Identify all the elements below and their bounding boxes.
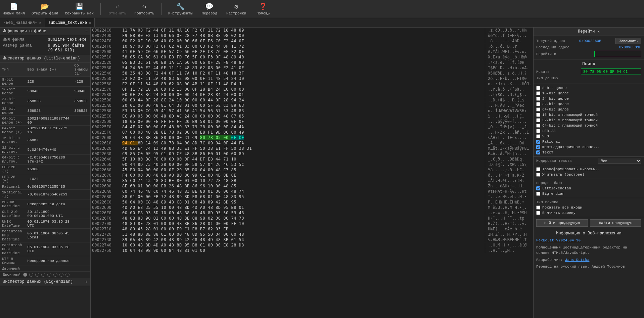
hex-row[interactable]: 000226D04D A0 E8 35 55 10 00 48 8D 4D A0… xyxy=(91,205,533,210)
settings-button[interactable]: ⚙ Настройки xyxy=(226,2,246,15)
hex-row[interactable]: 000225700F 11 72 18 E8 0D F2 13 00 0F 28… xyxy=(91,87,533,92)
hex-row[interactable]: 000224E000 F2 0F 10 86 A0 02 00 00 66 0F… xyxy=(91,38,533,44)
hex-row[interactable]: 000226204D 85 E4 74 13 49 8B 3C E1 FF 50… xyxy=(91,146,533,151)
file-info-collapse[interactable]: − xyxy=(85,29,88,34)
new-file-button[interactable]: 📄 Новый файл xyxy=(3,2,25,15)
translate-button[interactable]: 💬 Перевод xyxy=(199,2,220,15)
checkbox-16fp[interactable] xyxy=(536,113,540,117)
hex-row[interactable]: 000224F010 97 00 00 F3 0F C2 A1 03 00 C3… xyxy=(91,44,533,49)
checkbox-64fp[interactable] xyxy=(536,124,540,128)
hex-row[interactable]: 0002258000 0F 28 BC 24 F0 00 00 00 44 0F… xyxy=(91,92,533,97)
hex-row[interactable]: 0002275010 04 48 98 9D 00 84 48 81 01 00… xyxy=(91,248,533,253)
developer-link[interactable]: Jans Duttka xyxy=(565,258,590,262)
hex-row[interactable]: 0002274010 00 48 8D 4D A0 48 8D 95 B8 01… xyxy=(91,242,533,248)
hex-row[interactable]: 000226C050 04 00 C8 48 89 48 C8 01 C8 48… xyxy=(91,199,533,205)
hex-ascii: …Àt.H‹¾€...r(H‹ xyxy=(485,178,532,183)
hex-row[interactable]: 000226B088 01 00 00 EB 72 48 89 8D E8 68… xyxy=(91,194,533,199)
tab-unnamed[interactable]: -Без_названия- ✕ xyxy=(0,18,45,27)
hex-row[interactable]: 00022630C9 85 C0 0F 95 C1 09 CF 48 8B 86… xyxy=(91,151,533,156)
hex-row[interactable]: 000225D018 05 00 00 FE FF FF FF 30 B9 5B… xyxy=(91,119,533,124)
hex-row[interactable]: 000226A0C0 74 46 48 C0 74 46 48 83 BE 80… xyxy=(91,189,533,194)
hex-row[interactable]: 0002253054 24 50 F2 44 0F 11 12 48 83 62… xyxy=(91,65,533,71)
include-replace-checkbox[interactable] xyxy=(536,211,540,215)
save-as-button[interactable]: 💾 Сохранить как xyxy=(65,2,94,15)
checkbox-text[interactable] xyxy=(536,150,540,154)
hex-row[interactable]: 0002255032 F2 0F 11 3A 48 83 62 08 00 0F… xyxy=(91,76,533,81)
hex-row[interactable]: 000224C011 7A 08 F2 44 0F 11 4A 10 F2 0F… xyxy=(91,28,533,33)
inspector-le-header: Инспектор данных (Little-endian) xyxy=(0,55,90,62)
hex-row[interactable]: 00022560F2 OF 11 3A 48 83 62 08 00 4B 11… xyxy=(91,81,533,87)
inspector-be-add[interactable]: + xyxy=(85,279,88,284)
hex-row[interactable]: 000225A020 01 00 00 48 81 C4 38 01 00 00… xyxy=(91,103,533,108)
binary-dot-1[interactable] xyxy=(29,273,33,277)
find-next-button[interactable]: Найти следующую xyxy=(590,219,642,227)
binary-dot-6[interactable] xyxy=(59,273,63,277)
show-all-checkbox[interactable] xyxy=(536,206,540,210)
hex-row[interactable]: 0002252005 B3 3C 61 00 E8 1A 1A 60 00 66… xyxy=(91,60,533,65)
hex-row[interactable]: 0002251058 05 CA 3C 61 00 E8 FD F6 5F 00… xyxy=(91,54,533,60)
hex-row[interactable]: 0002271048 89 45 28 01 00 00 E9 C1 E8 B7… xyxy=(91,226,533,232)
checkbox-hex[interactable] xyxy=(536,145,540,149)
checkbox-rational[interactable] xyxy=(536,140,540,144)
binary-dot-3[interactable] xyxy=(41,273,45,277)
tab-sublime-close[interactable]: ✕ xyxy=(89,21,91,25)
register-checkbox[interactable] xyxy=(536,173,540,177)
hex-row[interactable]: 000226F048 8B 88 90 02 00 00 48 3B 88 98… xyxy=(91,216,533,221)
open-file-button[interactable]: 📂 Открыть файл xyxy=(32,2,58,15)
hex-row[interactable]: 000225F007 00 00 48 8B 8E 78 02 00 00 E8… xyxy=(91,130,533,135)
goto-input[interactable] xyxy=(594,51,641,57)
hex-row[interactable]: 0002259000 00 44 0F 28 8C 24 10 00 00 00… xyxy=(91,97,533,103)
hex-row[interactable]: 000224D0F9 E8 B0 F2 13 00 66 0F 28 F7 48… xyxy=(91,33,533,38)
redo-button[interactable]: ↪ Повторить xyxy=(134,2,154,15)
binary-bullet-filled[interactable] xyxy=(23,273,27,277)
binary-dot-5[interactable] xyxy=(53,273,57,277)
checkbox-8bit[interactable] xyxy=(536,86,540,90)
hex-row[interactable]: 0002270048 8D 8E 28 01 00 00 48 8B 86 28… xyxy=(91,221,533,226)
tab-sublime[interactable]: sublime_text.exe ✕ xyxy=(45,18,95,27)
hex-row[interactable]: 0002265000 44 8D 73 40 28 00 00 0F 58 57… xyxy=(91,162,533,167)
hex-row[interactable]: 0002254058 35 48 D8 F2 44 0F 11 7A 10 F2… xyxy=(91,71,533,76)
checkbox-64bit[interactable] xyxy=(536,107,540,111)
checkbox-32fp[interactable] xyxy=(536,118,540,122)
hex-row[interactable]: 000226E000 00 E8 93 3D 10 00 48 B8 69 48… xyxy=(91,210,533,216)
checkbox-16bit[interactable] xyxy=(536,91,540,95)
hex-row[interactable]: 000226908E 68 01 00 00 EB 26 48 8B 86 96… xyxy=(91,183,533,189)
checkbox-32bit[interactable] xyxy=(536,102,540,106)
hex-row[interactable]: 00022670F4 00 00 00 48 8B A8 BB 86 99 61… xyxy=(91,173,533,178)
hex-row[interactable]: 0002260089 C4 48 8B 86 88 00 00 31 C9 80… xyxy=(91,135,533,140)
hex-row[interactable]: 0002272031 48 8D 8E 88 01 00 00 48 8D 95… xyxy=(91,232,533,237)
hex-row[interactable]: 0002273089 0A 48 89 42 08 48 89 42 C8 48… xyxy=(91,237,533,242)
search-input[interactable] xyxy=(581,69,641,75)
hex-row[interactable]: 000226405F 10 80 B8 F0 00 00 00 0F 44 DF… xyxy=(91,156,533,162)
little-endian-checkbox[interactable] xyxy=(536,186,540,190)
hex-row[interactable]: 000225C0EC A0 05 00 00 48 8D AC 24 80 00… xyxy=(91,113,533,119)
hex-ascii: ¥à.....).Ð..HÇ… xyxy=(485,168,532,172)
open-file-label: Открыть файл xyxy=(32,11,58,15)
hex-row[interactable]: 0002261094 C1 8D 14 09 80 78 04 00 8D 7C… xyxy=(91,140,533,146)
hex-row[interactable]: 0002268085 C0 74 13 48 83 BE 80 01 00 10… xyxy=(91,178,533,183)
tools-button[interactable]: 🔧 Инструменты xyxy=(168,2,193,15)
hex-row[interactable]: 00022660A5 E0 04 00 00 00 0F 29 85 D0 04… xyxy=(91,167,533,173)
hex-view[interactable]: 000224C011 7A 08 F2 44 0F 11 4A 10 F2 0F… xyxy=(91,28,533,318)
binary-dot-7[interactable] xyxy=(65,273,70,277)
binary-dot-2[interactable] xyxy=(35,273,39,277)
encoding-select[interactable]: Все xyxy=(598,158,641,164)
hex-row[interactable]: 000225B0F3 13 00 CC 55 41 57 41 56 41 54… xyxy=(91,108,533,113)
inspector-row: 24-bit целое358528358528 xyxy=(0,96,90,106)
checkbox-24bit[interactable] xyxy=(536,97,540,101)
big-endian-checkbox[interactable] xyxy=(536,192,540,196)
binary-dot-4[interactable] xyxy=(47,273,51,277)
file-size-label: Размер файла xyxy=(0,43,45,53)
hex-row[interactable]: 0002250041 0F 59 C0 66 0F 57 C9 66 0F 2E… xyxy=(91,49,533,54)
checkbox-vlq[interactable] xyxy=(536,134,540,138)
find-prev-button[interactable]: Найти предыдущую xyxy=(536,219,588,227)
hex-row[interactable]: 000225E084 4F 07 00 00 CE 48 89 83 79 28… xyxy=(91,124,533,130)
transform-checkbox[interactable] xyxy=(536,167,540,171)
webapp-version-link[interactable]: HexEd.it v2024.04.30 xyxy=(536,238,581,242)
checkbox-leb128[interactable] xyxy=(536,129,540,133)
undo-button[interactable]: ↩ Отменить xyxy=(107,2,128,15)
toolbar: 📄 Новый файл 📂 Открыть файл 💾 Сохранить … xyxy=(0,0,644,18)
tab-unnamed-close[interactable]: ✕ xyxy=(39,21,41,25)
help-button[interactable]: ❓ Помощь xyxy=(253,2,273,15)
remember-button[interactable]: Запомнить xyxy=(615,38,641,44)
